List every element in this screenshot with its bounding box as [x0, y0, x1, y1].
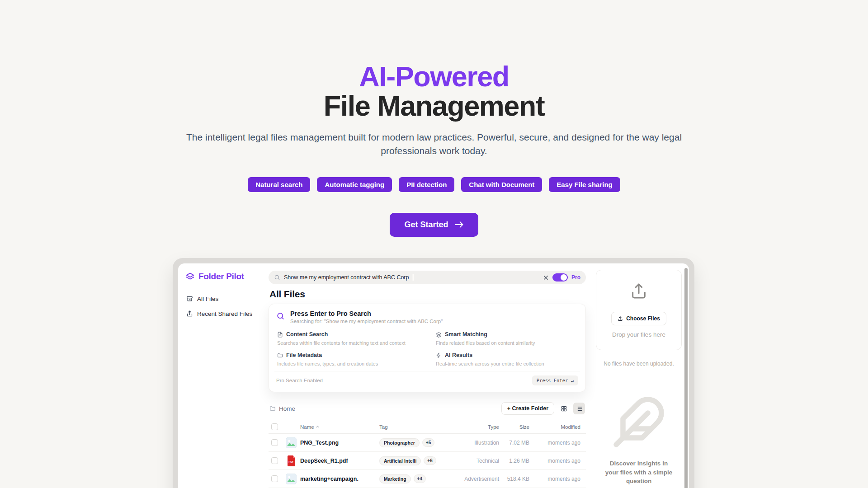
breadcrumb-label: Home [279, 405, 295, 412]
column-name[interactable]: Name [300, 424, 379, 430]
text-cursor [413, 274, 413, 281]
row-checkbox[interactable] [271, 475, 278, 482]
file-size: 1.26 MB [499, 458, 529, 464]
row-checkbox[interactable] [271, 457, 278, 464]
file-table: Name Tag Type Size Modified PNG_Test.png… [269, 420, 586, 488]
search-features: Content Search Searches within file cont… [277, 331, 578, 366]
badge-easy-file-sharing: Easy File sharing [549, 177, 620, 192]
sidebar-item-all-files[interactable]: All Files [178, 291, 264, 306]
badge-pii-detection: PII detection [399, 177, 454, 192]
file-modified: moments ago [529, 440, 586, 446]
feature-file-metadata: File Metadata Includes file names, types… [277, 352, 420, 366]
feature-smart-matching: Smart Matching Finds related files based… [436, 331, 578, 346]
toggle-knob [561, 274, 567, 281]
create-folder-button[interactable]: + Create Folder [501, 402, 554, 415]
feature-desc: Real-time search across your entire file… [436, 361, 578, 366]
tag-pill[interactable]: Marketing [379, 474, 411, 483]
pdf-file-icon: PDF [286, 455, 297, 466]
brand-name: Folder Pilot [198, 272, 244, 282]
share-icon [186, 310, 193, 317]
file-size: 518.4 KB [499, 476, 529, 482]
file-type: Illustration [458, 440, 499, 446]
tag-pill[interactable]: Photographer [379, 438, 420, 447]
insights-prompt: Discover insights in your files with a s… [603, 459, 675, 486]
layers-icon [185, 272, 195, 282]
hero-title: File Management [0, 91, 868, 121]
badge-chat-with-document: Chat with Document [461, 177, 542, 192]
panel-subtitle: Searching for: "Show me my employment co… [290, 319, 443, 324]
document-icon [277, 332, 283, 338]
feature-title: Smart Matching [445, 331, 487, 338]
hero-section: AI-Powered File Management The intellige… [0, 0, 868, 237]
press-enter-kbd[interactable]: Press Enter ↵ [532, 375, 578, 385]
file-size: 7.02 MB [499, 440, 529, 446]
row-checkbox[interactable] [271, 439, 278, 446]
sidebar-item-label: Recent Shared Files [197, 310, 252, 317]
image-file-icon [286, 437, 297, 448]
sidebar-item-recent-shared-files[interactable]: Recent Shared Files [178, 306, 264, 321]
dropzone[interactable]: Choose Files Drop your files here [596, 270, 682, 350]
scrollbar-thumb[interactable] [684, 268, 688, 488]
feature-content-search: Content Search Searches within file cont… [277, 331, 420, 346]
feather-icon [612, 395, 666, 451]
app-window: Folder Pilot All Files Recent Shared Fil… [178, 263, 689, 488]
file-type: Technical [458, 458, 499, 464]
column-type[interactable]: Type [458, 424, 499, 430]
clear-search-icon[interactable] [543, 275, 549, 281]
select-all-checkbox[interactable] [271, 423, 278, 430]
column-modified[interactable]: Modified [529, 424, 586, 430]
pro-label: Pro [571, 274, 580, 281]
archive-icon [186, 296, 193, 302]
feature-ai-results: AI Results Real-time search across your … [436, 352, 578, 366]
choose-files-button[interactable]: Choose Files [611, 312, 666, 325]
tag-more-badge[interactable]: +4 [414, 474, 426, 483]
file-name: DeepSeek_R1.pdf [300, 458, 379, 464]
file-name: PNG_Test.png [300, 440, 379, 446]
upload-panel: Choose Files Drop your files here No fil… [590, 263, 689, 488]
feature-desc: Finds related files based on content sim… [436, 340, 578, 346]
hero-title-accent: AI-Powered [0, 62, 868, 91]
upload-empty-state: No files have been uploaded. [596, 361, 682, 367]
svg-text:PDF: PDF [288, 460, 294, 463]
sidebar: Folder Pilot All Files Recent Shared Fil… [178, 263, 264, 488]
upload-icon [618, 316, 623, 321]
panel-title: Press Enter to Pro Search [290, 310, 443, 317]
toolbar: Home + Create Folder [269, 402, 586, 415]
pro-toggle[interactable] [552, 273, 568, 282]
column-size[interactable]: Size [499, 424, 529, 430]
column-tag[interactable]: Tag [379, 424, 458, 430]
table-row[interactable]: PDF DeepSeek_R1.pdf Artificial Intelli +… [269, 452, 586, 470]
tag-more-badge[interactable]: +6 [424, 456, 436, 465]
search-input[interactable]: Show me my employment contract with ABC … [269, 271, 586, 284]
feature-title: AI Results [445, 352, 472, 358]
table-header: Name Tag Type Size Modified [269, 420, 586, 434]
tag-more-badge[interactable]: +5 [422, 438, 434, 447]
list-view-button[interactable] [573, 403, 585, 414]
folder-icon [277, 352, 283, 358]
table-row[interactable]: PNG_Test.png Photographer +5 Illustratio… [269, 434, 586, 452]
pro-search-status: Pro Search Enabled [276, 378, 323, 383]
badge-automatic-tagging: Automatic tagging [317, 177, 392, 192]
feature-badges: Natural search Automatic tagging PII det… [0, 177, 868, 192]
file-type: Advertisement [458, 476, 499, 482]
search-icon [276, 312, 285, 320]
table-row[interactable]: marketing+campaign. Marketing +4 Adverti… [269, 470, 586, 488]
feature-title: File Metadata [286, 352, 322, 358]
main-content: Show me my employment contract with ABC … [264, 263, 590, 488]
pro-search-panel: Press Enter to Pro Search Searching for:… [269, 304, 586, 392]
search-icon [274, 274, 280, 281]
breadcrumb-home[interactable]: Home [269, 405, 295, 412]
sort-asc-icon [316, 424, 320, 430]
image-file-icon [286, 474, 297, 484]
get-started-button[interactable]: Get Started [390, 213, 478, 237]
file-name: marketing+campaign. [300, 476, 379, 482]
tag-pill[interactable]: Artificial Intelli [379, 456, 421, 465]
feature-title: Content Search [286, 331, 328, 338]
arrow-right-icon [455, 221, 464, 228]
get-started-label: Get Started [404, 220, 448, 230]
sidebar-spacer [178, 321, 264, 488]
grid-view-button[interactable] [558, 403, 570, 414]
sidebar-item-label: All Files [197, 296, 218, 302]
folder-icon [269, 405, 276, 412]
grid-icon [561, 405, 567, 412]
